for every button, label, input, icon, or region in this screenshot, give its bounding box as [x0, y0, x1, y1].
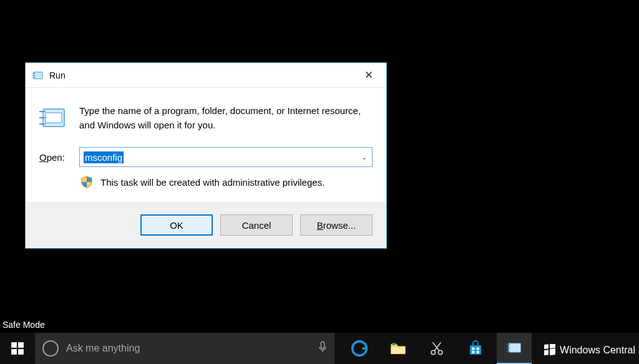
svg-rect-25 — [472, 351, 474, 353]
admin-privileges-label: This task will be created with administr… — [100, 177, 324, 188]
store-icon — [467, 340, 484, 357]
run-taskbar-icon — [506, 340, 522, 356]
close-icon: ✕ — [364, 69, 373, 82]
cancel-button[interactable]: Cancel — [220, 214, 293, 236]
svg-rect-22 — [470, 345, 481, 355]
run-icon — [32, 69, 44, 82]
windows-icon — [11, 342, 24, 355]
taskbar: Ask me anything — [0, 333, 639, 364]
start-button[interactable] — [0, 333, 35, 364]
safe-mode-label: Safe Mode — [2, 320, 45, 330]
cortana-icon — [42, 340, 59, 357]
microphone-icon[interactable] — [318, 341, 327, 357]
button-bar: OK Cancel Browse... — [26, 202, 386, 248]
edge-icon — [351, 340, 368, 357]
svg-rect-23 — [472, 347, 474, 350]
search-placeholder: Ask me anything — [66, 343, 311, 354]
svg-rect-26 — [477, 351, 479, 353]
taskbar-snipping-tool[interactable] — [419, 333, 454, 364]
folder-icon — [389, 340, 407, 357]
svg-rect-11 — [11, 349, 17, 355]
run-large-icon — [39, 104, 67, 132]
dialog-description: Type the name of a program, folder, docu… — [79, 104, 373, 132]
svg-rect-13 — [321, 342, 324, 348]
svg-rect-27 — [509, 343, 521, 353]
titlebar[interactable]: Run ✕ — [26, 63, 386, 88]
chevron-down-icon[interactable]: ⌄ — [361, 153, 367, 161]
dialog-title: Run — [49, 70, 356, 80]
open-label: Open: — [39, 152, 69, 163]
taskbar-edge[interactable] — [342, 333, 377, 364]
scissors-icon — [429, 340, 445, 357]
svg-line-20 — [434, 342, 441, 351]
close-button[interactable]: ✕ — [356, 66, 381, 85]
svg-rect-24 — [477, 347, 479, 350]
svg-rect-5 — [46, 113, 62, 123]
open-input-value: msconfig — [84, 151, 124, 163]
svg-rect-10 — [18, 342, 24, 348]
dialog-body: Type the name of a program, folder, docu… — [26, 88, 386, 202]
browse-button[interactable]: Browse... — [300, 214, 373, 236]
taskbar-pinned — [342, 333, 532, 364]
shield-icon — [80, 176, 93, 188]
taskbar-run[interactable] — [497, 333, 532, 364]
svg-rect-9 — [11, 342, 17, 348]
taskbar-store[interactable] — [458, 333, 493, 364]
svg-line-21 — [433, 342, 440, 351]
ok-button[interactable]: OK — [140, 214, 213, 236]
svg-rect-12 — [18, 349, 24, 355]
open-combobox[interactable]: msconfig ⌄ — [79, 147, 373, 167]
taskbar-file-explorer[interactable] — [381, 333, 416, 364]
search-box[interactable]: Ask me anything — [35, 333, 334, 364]
svg-rect-17 — [392, 343, 395, 345]
svg-rect-16 — [391, 347, 406, 354]
run-dialog: Run ✕ Type the name of a program, folder… — [25, 62, 387, 249]
